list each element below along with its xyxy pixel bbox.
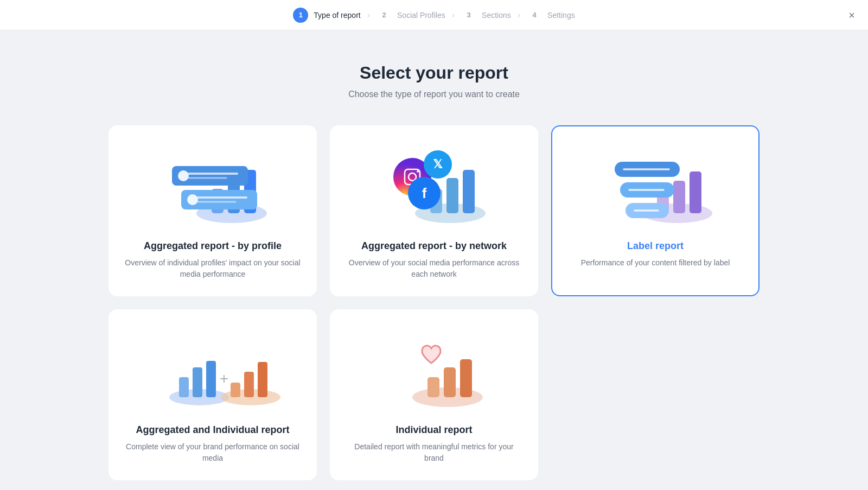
illustration-individual-svg [363,313,505,413]
cards-row-1: Aggregated report - by profile Overview … [108,125,760,296]
chevron-1-icon: › [367,10,370,20]
illustration-agg-ind-svg: + [142,313,283,413]
step-3[interactable]: 3 Sections [461,8,511,23]
stepper: 1 Type of report › 2 Social Profiles › 3… [293,8,575,23]
card-desc-individual: Detailed report with meaningful metrics … [346,441,522,464]
illustration-network-svg: 𝕏 f [363,129,505,230]
card-aggregated-by-profile[interactable]: Aggregated report - by profile Overview … [108,125,317,296]
step-1-label: Type of report [314,11,360,20]
step-3-number: 3 [461,8,476,23]
card-body-network: Aggregated report - by network Overview … [331,230,537,295]
step-3-label: Sections [482,11,511,20]
svg-rect-15 [463,170,475,213]
step-4[interactable]: 4 Settings [527,8,575,23]
card-desc-label: Performance of your content filtered by … [567,257,743,269]
svg-rect-37 [206,361,216,397]
cards-row-2: + Aggregated and Individual report Compl… [108,309,760,480]
svg-rect-45 [444,367,456,397]
card-illustration-individual [331,310,537,413]
step-2-label: Social Profiles [397,11,445,20]
svg-point-9 [187,194,198,205]
step-1-number: 1 [293,8,308,23]
svg-rect-26 [673,181,685,213]
card-individual-report[interactable]: Individual report Detailed report with m… [330,309,538,480]
card-illustration-network: 𝕏 f [331,126,537,230]
card-body-label: Label report Performance of your content… [552,230,758,284]
card-aggregated-individual[interactable]: + Aggregated and Individual report Compl… [108,309,317,480]
card-title-network: Aggregated report - by network [346,240,522,252]
card-empty-slot [551,309,760,480]
svg-rect-14 [446,178,458,213]
svg-rect-40 [231,383,240,397]
page-title: Select your report [22,63,846,83]
svg-rect-41 [244,372,254,397]
svg-text:𝕏: 𝕏 [433,157,443,171]
chevron-2-icon: › [452,10,455,20]
close-button[interactable]: × [848,10,855,21]
svg-rect-27 [690,171,701,213]
page-subtitle: Choose the type of report you want to cr… [22,90,846,99]
card-title-profile: Aggregated report - by profile [125,240,301,252]
step-1[interactable]: 1 Type of report [293,8,360,23]
chevron-3-icon: › [518,10,520,20]
card-body-individual: Individual report Detailed report with m… [331,413,537,479]
card-body-profile: Aggregated report - by profile Overview … [110,230,316,295]
svg-text:f: f [422,185,427,201]
card-desc-network: Overview of your social media performanc… [346,257,522,280]
illustration-label-svg [585,129,726,230]
card-title-agg-ind: Aggregated and Individual report [125,424,301,436]
card-aggregated-by-network[interactable]: 𝕏 f Aggregated report - by network Overv… [330,125,538,296]
step-2[interactable]: 2 Social Profiles [376,8,445,23]
svg-rect-42 [258,362,267,397]
main-content: Select your report Choose the type of re… [0,30,868,490]
stepper-bar: 1 Type of report › 2 Social Profiles › 3… [0,0,868,30]
step-4-label: Settings [547,11,575,20]
svg-point-19 [417,170,419,173]
svg-text:+: + [220,370,228,387]
card-illustration-profile [110,126,316,230]
svg-rect-36 [193,367,202,397]
illustration-profile-svg [142,129,283,230]
card-illustration-agg-ind: + [110,310,316,413]
svg-rect-44 [427,377,439,397]
card-desc-profile: Overview of individual profiles' impact … [125,257,301,280]
svg-point-5 [178,170,189,181]
card-label-report[interactable]: Label report Performance of your content… [551,125,760,296]
card-desc-agg-ind: Complete view of your brand performance … [125,441,301,464]
svg-rect-46 [460,359,472,397]
card-body-agg-ind: Aggregated and Individual report Complet… [110,413,316,479]
card-title-label: Label report [567,240,743,252]
card-title-individual: Individual report [346,424,522,436]
svg-rect-35 [179,377,189,397]
step-2-number: 2 [376,8,392,23]
card-illustration-label [552,126,758,230]
step-4-number: 4 [527,8,542,23]
